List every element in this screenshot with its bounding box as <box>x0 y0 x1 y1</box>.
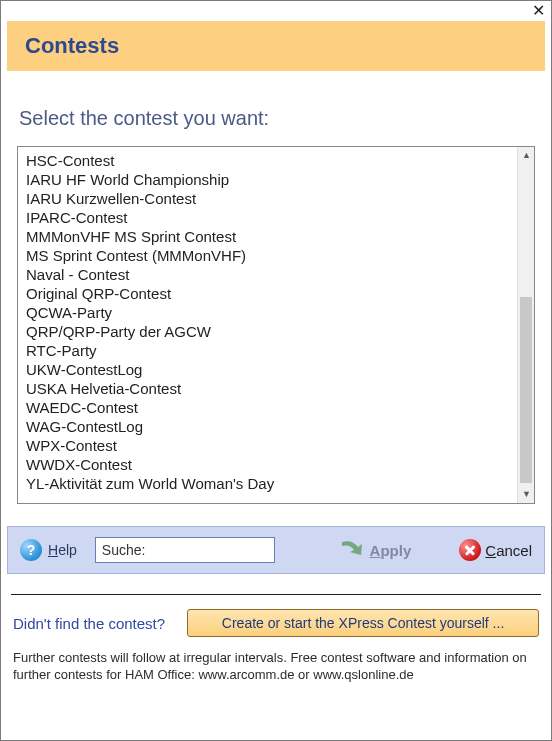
list-item[interactable]: WAEDC-Contest <box>24 398 511 417</box>
titlebar: ✕ <box>1 1 551 21</box>
help-icon: ? <box>20 539 42 561</box>
list-item[interactable]: IARU HF World Championship <box>24 170 511 189</box>
list-item[interactable]: MMMonVHF MS Sprint Contest <box>24 227 511 246</box>
selection-prompt: Select the contest you want: <box>19 107 535 130</box>
header-title: Contests <box>25 33 119 59</box>
apply-label: Apply <box>370 542 412 559</box>
list-item[interactable]: WPX-Contest <box>24 436 511 455</box>
contest-list-viewport[interactable]: HSC-ContestIARU HF World ChampionshipIAR… <box>18 147 517 503</box>
scrollbar[interactable]: ▲ ▼ <box>517 147 534 503</box>
list-item[interactable]: HSC-Contest <box>24 151 511 170</box>
help-button[interactable]: ? Help <box>20 539 77 561</box>
list-item[interactable]: Naval - Contest <box>24 265 511 284</box>
cancel-label: Cancel <box>485 542 532 559</box>
list-item[interactable]: RTC-Party <box>24 341 511 360</box>
list-item[interactable]: UKW-ContestLog <box>24 360 511 379</box>
footer-question: Didn't find the contest? <box>13 615 165 632</box>
scroll-thumb[interactable] <box>520 297 532 483</box>
list-item[interactable]: YL-Aktivität zum World Woman's Day <box>24 474 511 493</box>
header-band: Contests <box>7 21 545 71</box>
dialog-window: ✕ Contests Select the contest you want: … <box>0 0 552 741</box>
cancel-icon <box>459 539 481 561</box>
contest-listbox[interactable]: HSC-ContestIARU HF World ChampionshipIAR… <box>17 146 535 504</box>
footer-row: Didn't find the contest? Create or start… <box>1 595 551 637</box>
content-area: Select the contest you want: HSC-Contest… <box>1 71 551 504</box>
apply-button[interactable]: Apply <box>338 537 412 563</box>
footer-note: Further contests will follow at irregula… <box>1 637 551 683</box>
help-label: Help <box>48 542 77 558</box>
button-bar: ? Help Apply Cancel <box>7 526 545 574</box>
list-item[interactable]: WWDX-Contest <box>24 455 511 474</box>
scroll-down-arrow-icon[interactable]: ▼ <box>518 486 535 503</box>
apply-arrow-icon <box>338 537 364 563</box>
xpress-create-button[interactable]: Create or start the XPress Contest yours… <box>187 609 539 637</box>
list-item[interactable]: QCWA-Party <box>24 303 511 322</box>
list-item[interactable]: MS Sprint Contest (MMMonVHF) <box>24 246 511 265</box>
list-item[interactable]: WAG-ContestLog <box>24 417 511 436</box>
list-item[interactable]: USKA Helvetia-Contest <box>24 379 511 398</box>
cancel-button[interactable]: Cancel <box>459 539 532 561</box>
list-item[interactable]: IPARC-Contest <box>24 208 511 227</box>
list-item[interactable]: Original QRP-Contest <box>24 284 511 303</box>
search-input[interactable] <box>95 537 275 563</box>
list-item[interactable]: QRP/QRP-Party der AGCW <box>24 322 511 341</box>
close-button[interactable]: ✕ <box>532 1 545 21</box>
scroll-up-arrow-icon[interactable]: ▲ <box>518 147 535 164</box>
list-item[interactable]: IARU Kurzwellen-Contest <box>24 189 511 208</box>
